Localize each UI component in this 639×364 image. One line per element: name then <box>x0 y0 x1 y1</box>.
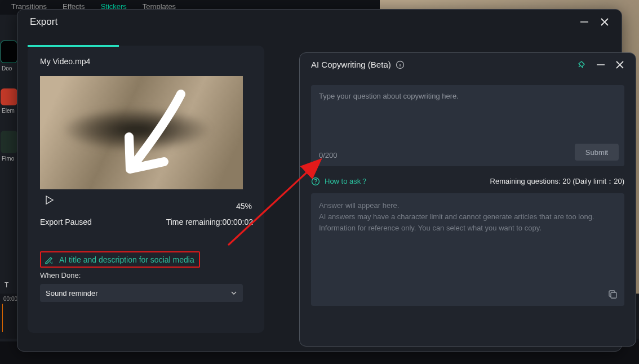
answer-line-2: AI answers may have a character limit an… <box>319 211 616 223</box>
ai-copywriting-panel: AI Copywriting (Beta) Type your question… <box>299 52 636 347</box>
sidebar-label-2: Elem <box>2 108 18 114</box>
when-done-dropdown[interactable]: Sound reminder <box>40 284 243 302</box>
ai-link-text: AI title and description for social medi… <box>59 255 194 264</box>
info-icon[interactable] <box>396 60 405 69</box>
export-dialog: Export My Video.mp4 45% Export Paused Ti… <box>17 9 622 352</box>
dropdown-value: Sound reminder <box>46 289 98 298</box>
ai-prompt-input[interactable]: Type your question about copywriting her… <box>311 85 624 166</box>
question-icon <box>311 177 320 186</box>
export-status: Export Paused <box>40 217 92 227</box>
remaining-questions: Remaining questions: 20 (Daily limit：20) <box>490 176 624 187</box>
sidebar-thumb-2[interactable] <box>1 88 17 105</box>
play-icon[interactable] <box>45 195 55 205</box>
copy-icon[interactable] <box>607 289 618 299</box>
sidebar-thumb-1[interactable] <box>1 41 17 63</box>
sidebar-label-1: Doo <box>2 65 18 72</box>
time-remaining: Time remaining:00:00:02 <box>166 217 253 227</box>
drawn-arrow-overlay <box>108 87 203 189</box>
ai-answer-area: Answer will appear here. AI answers may … <box>311 193 624 306</box>
answer-line-1: Answer will appear here. <box>319 200 616 211</box>
chevron-down-icon <box>230 290 237 296</box>
pencil-ai-icon: AI <box>45 255 55 264</box>
export-filename: My Video.mp4 <box>40 57 252 66</box>
ai-prompt-placeholder: Type your question about copywriting her… <box>319 92 459 100</box>
export-progress-panel: My Video.mp4 45% Export Paused Time rema… <box>28 46 264 333</box>
answer-line-3: Information for reference only. You can … <box>319 223 616 234</box>
pin-icon[interactable] <box>577 60 586 69</box>
svg-point-7 <box>315 183 316 184</box>
when-done-label: When Done: <box>40 271 252 279</box>
export-percent: 45% <box>236 202 252 211</box>
minimize-icon[interactable] <box>596 60 605 69</box>
how-to-ask-link[interactable]: How to ask？ <box>311 176 368 187</box>
svg-rect-9 <box>611 292 616 298</box>
dialog-title: Export <box>30 16 57 28</box>
playhead[interactable] <box>2 304 3 332</box>
how-to-ask-text: How to ask？ <box>325 176 368 187</box>
close-icon[interactable] <box>600 17 609 26</box>
video-thumbnail <box>40 76 243 189</box>
minimize-icon[interactable] <box>580 17 589 26</box>
close-icon[interactable] <box>615 60 624 69</box>
svg-text:AI: AI <box>50 261 53 264</box>
ai-title-description-link[interactable]: AI AI title and description for social m… <box>40 251 200 268</box>
text-tool-icon[interactable]: T <box>5 281 8 289</box>
export-progress-fill <box>28 45 119 47</box>
char-counter: 0/200 <box>319 151 338 159</box>
submit-button[interactable]: Submit <box>575 144 619 161</box>
timeline-tick-0: 00:00 <box>3 296 17 302</box>
sidebar-thumb-3[interactable] <box>1 131 17 153</box>
export-progress-track[interactable] <box>28 45 230 47</box>
ai-panel-title: AI Copywriting (Beta) <box>311 60 391 69</box>
sidebar-label-3: Fimo <box>2 156 18 162</box>
